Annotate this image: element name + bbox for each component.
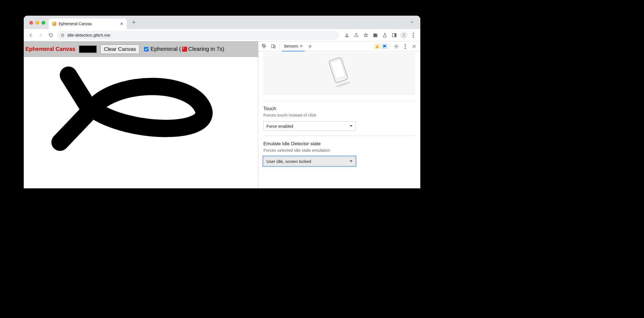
browser-tab[interactable]: Ephemeral Canvas ✕ bbox=[49, 18, 127, 29]
webpage: Ephemeral Canvas Clear Canvas Ephemeral … bbox=[24, 41, 258, 188]
extensions-puzzle-icon[interactable] bbox=[371, 31, 380, 39]
new-tab-button[interactable]: ＋ bbox=[131, 18, 137, 26]
ephemeral-toggle[interactable]: Ephemeral ( Clearing in 7s) bbox=[143, 46, 224, 52]
devtools-tab-sensors[interactable]: Sensors ✕ bbox=[282, 41, 305, 51]
device-toolbar-icon[interactable] bbox=[269, 42, 277, 50]
maximize-window-button[interactable] bbox=[42, 21, 45, 25]
svg-rect-10 bbox=[331, 60, 346, 79]
devtools-close-icon[interactable] bbox=[410, 42, 418, 50]
idle-section: Emulate Idle Detector state Forces selec… bbox=[263, 136, 415, 171]
browser-window: Ephemeral Canvas ✕ ＋ idle-detection.glit… bbox=[24, 16, 420, 188]
app-title: Ephemeral Canvas bbox=[25, 46, 75, 52]
close-window-button[interactable] bbox=[29, 21, 33, 25]
devtools-tab-close-icon[interactable]: ✕ bbox=[300, 44, 303, 48]
svg-point-8 bbox=[396, 46, 397, 47]
idle-state-select[interactable]: User idle, screen locked bbox=[263, 156, 356, 166]
devtools-menu-icon[interactable] bbox=[401, 42, 409, 50]
devtools-tab-label: Sensors bbox=[284, 44, 298, 48]
devtools-more-tabs-icon[interactable] bbox=[306, 42, 314, 50]
drawing-canvas[interactable] bbox=[24, 57, 258, 188]
address-bar[interactable]: idle-detection.glitch.me bbox=[57, 31, 339, 40]
touch-section: Touch Forces touch instead of click Forc… bbox=[263, 101, 415, 136]
orientation-preview bbox=[263, 53, 415, 95]
inspect-element-icon[interactable] bbox=[261, 42, 268, 50]
clear-canvas-button[interactable]: Clear Canvas bbox=[100, 44, 140, 54]
siren-icon bbox=[182, 47, 187, 52]
devtools-body[interactable]: Touch Forces touch instead of click Forc… bbox=[258, 51, 420, 188]
phone-mockup-icon bbox=[327, 56, 352, 90]
idle-state-value: User idle, screen locked bbox=[266, 159, 311, 164]
brush-color-swatch[interactable] bbox=[79, 45, 97, 53]
ephemeral-label-prefix: Ephemeral ( bbox=[151, 46, 181, 52]
reload-button[interactable] bbox=[47, 31, 55, 39]
issues-warning-badge[interactable] bbox=[374, 44, 380, 49]
url-text: idle-detection.glitch.me bbox=[67, 33, 110, 37]
idle-subtitle: Forces selected idle state emulation bbox=[263, 148, 415, 153]
chevron-down-icon bbox=[350, 125, 352, 127]
app-toolbar: Ephemeral Canvas Clear Canvas Ephemeral … bbox=[24, 41, 258, 57]
devtools-settings-icon[interactable] bbox=[392, 42, 400, 50]
touch-select[interactable]: Force enabled bbox=[263, 121, 356, 131]
profile-avatar[interactable] bbox=[400, 31, 408, 39]
sidepanel-icon[interactable] bbox=[390, 31, 399, 39]
browser-tab-strip: Ephemeral Canvas ✕ ＋ bbox=[24, 16, 420, 29]
svg-point-2 bbox=[403, 34, 404, 35]
close-tab-button[interactable]: ✕ bbox=[120, 21, 123, 27]
svg-rect-7 bbox=[377, 47, 377, 47]
touch-title: Touch bbox=[263, 106, 415, 111]
window-controls bbox=[29, 21, 45, 25]
ephemeral-label-suffix: Clearing in 7s) bbox=[188, 46, 224, 52]
chevron-down-icon bbox=[350, 160, 352, 162]
ephemeral-checkbox[interactable] bbox=[144, 47, 149, 51]
svg-rect-6 bbox=[377, 46, 377, 47]
lock-icon bbox=[61, 33, 65, 37]
browser-toolbar-actions bbox=[343, 31, 418, 39]
forward-button[interactable] bbox=[37, 31, 45, 39]
tab-list-chevron-icon[interactable] bbox=[410, 20, 415, 25]
favicon-icon bbox=[52, 22, 56, 26]
whats-new-badge[interactable] bbox=[381, 44, 388, 49]
browser-toolbar: idle-detection.glitch.me bbox=[24, 29, 420, 41]
touch-subtitle: Forces touch instead of click bbox=[263, 113, 415, 117]
svg-rect-1 bbox=[395, 34, 396, 37]
content-area: Ephemeral Canvas Clear Canvas Ephemeral … bbox=[24, 41, 420, 188]
labs-beaker-icon[interactable] bbox=[381, 31, 389, 39]
tab-title: Ephemeral Canvas bbox=[59, 22, 92, 26]
install-app-icon[interactable] bbox=[343, 31, 351, 39]
back-button[interactable] bbox=[27, 31, 35, 39]
touch-select-value: Force enabled bbox=[266, 124, 293, 129]
chrome-menu-button[interactable] bbox=[409, 31, 418, 39]
bookmark-star-icon[interactable] bbox=[362, 31, 370, 39]
idle-title: Emulate Idle Detector state bbox=[263, 141, 415, 147]
devtools-tabbar: Sensors ✕ bbox=[258, 41, 420, 51]
minimize-window-button[interactable] bbox=[35, 21, 39, 25]
devtools-panel: Sensors ✕ bbox=[258, 41, 420, 188]
share-icon[interactable] bbox=[352, 31, 361, 39]
